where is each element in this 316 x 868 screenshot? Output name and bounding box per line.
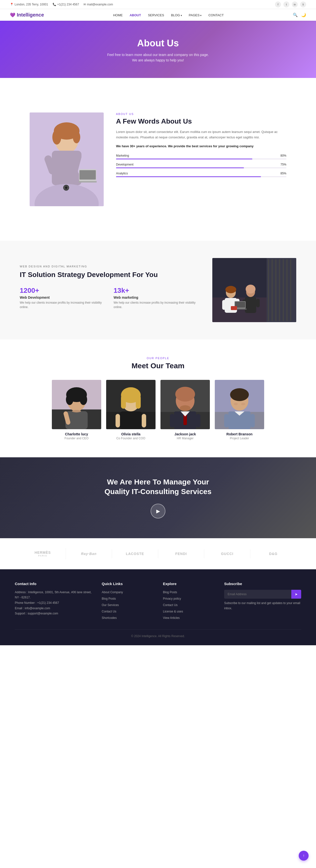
svg-point-60 [175, 387, 195, 402]
team-member-3: Jackson jack HR Manager [161, 380, 210, 440]
it-stats: 1200+ Web Development We help our client… [20, 287, 198, 309]
footer-explore: Explore Blog Posts Privacy policy Contac… [163, 582, 214, 622]
footer-bottom: © 2024 Intelligence. All Rights Reserved… [15, 629, 301, 638]
social-links: f t in li [275, 1, 306, 7]
quick-link-blog: Blog Posts [102, 596, 153, 600]
team-name-1: Charlotte lucy [52, 432, 101, 436]
it-right [212, 258, 296, 322]
it-label: WEB DESIGN AND DIGITAL MARKETING [20, 265, 198, 268]
nav-links: HOME ABOUT SERVICES BLOG PAGES CONTACT [113, 13, 224, 17]
team-photo-1 [52, 380, 101, 429]
svg-point-44 [80, 394, 87, 405]
team-role-1: Founder and CEO [52, 437, 101, 440]
subscribe-email-input[interactable] [224, 590, 291, 599]
team-name-2: Olivia stella [106, 432, 155, 436]
logo-icon: 💜 [10, 12, 15, 18]
explore-license: License & uses [163, 609, 214, 614]
stat-web-marketing: 13k+ Web marketing We help our clients i… [114, 287, 198, 309]
svg-point-46 [72, 410, 81, 412]
email-icon: ✉ [83, 3, 86, 6]
it-photo [212, 258, 296, 322]
team-role-2: Co Founder and COO [106, 437, 155, 440]
top-bar: 📍 London, 235 Terry, 10001 📞 +1(21) 234 … [0, 0, 316, 9]
svg-point-72 [241, 403, 245, 405]
svg-rect-7 [79, 181, 97, 183]
stat-web-dev: 1200+ Web Development We help our client… [20, 287, 104, 309]
brand-lacoste: LACOSTE [112, 549, 158, 558]
hero-title: About Us [10, 38, 306, 49]
twitter-link[interactable]: t [283, 1, 289, 7]
team-photo-2 [106, 380, 155, 429]
footer-quick-links: Quick Links About Company Blog Posts Our… [102, 582, 153, 622]
about-content: ABOUT US A Few Words About Us Lorem ipsu… [116, 113, 286, 181]
team-member-4: Robert Branson Project Leader [215, 380, 264, 440]
explore-privacy: Privacy policy [163, 596, 214, 600]
nav-contact[interactable]: CONTACT [208, 13, 224, 17]
team-photo-3 [161, 380, 210, 429]
brand-gucci: GUCCI [204, 549, 250, 558]
nav-pages[interactable]: PAGES [189, 13, 202, 17]
team-member-1: Charlotte lucy Founder and CEO [52, 380, 101, 440]
progress-analytics: Analytics 85% [116, 172, 286, 177]
footer-email: Email : info@example.com [15, 606, 92, 611]
location-info: 📍 London, 235 Terry, 10001 [10, 3, 48, 6]
svg-point-37 [225, 286, 236, 293]
svg-rect-22 [286, 259, 288, 321]
subscribe-form: ➤ [224, 590, 301, 599]
explore-list: Blog Posts Privacy policy Contact Us Lic… [163, 590, 214, 620]
svg-rect-2 [52, 151, 82, 185]
brand-hermes: HERMÈS PARIS [20, 548, 66, 559]
svg-rect-20 [279, 259, 280, 321]
team-role-4: Project Leader [215, 437, 264, 440]
team-name-4: Robert Branson [215, 432, 264, 436]
svg-point-10 [52, 130, 61, 145]
about-highlight: We have 30+ years of experience. We prov… [116, 144, 286, 149]
svg-point-14 [65, 186, 67, 189]
svg-rect-23 [290, 259, 291, 321]
brand-rayban: Ray·Ban [66, 549, 112, 558]
explore-articles: View Articles [163, 615, 214, 620]
subscribe-note: Subscribe to our mailing list and get up… [224, 600, 301, 611]
nav-actions: 🔍 🌙 [293, 12, 306, 17]
about-title: A Few Words About Us [116, 117, 286, 125]
facebook-link[interactable]: f [275, 1, 281, 7]
progress-marketing: Marketing 80% [116, 154, 286, 159]
team-photo-4 [215, 380, 264, 429]
theme-toggle-icon[interactable]: 🌙 [301, 12, 306, 17]
linkedin-link[interactable]: li [300, 1, 306, 7]
hero-section: About Us Feel free to learn more about o… [0, 21, 316, 78]
team-title: Meet Our Team [10, 362, 306, 370]
svg-point-71 [234, 403, 238, 405]
phone-info: 📞 +1(21) 234 4567 [53, 3, 79, 6]
svg-rect-74 [250, 414, 255, 428]
svg-point-38 [246, 285, 256, 293]
svg-point-43 [66, 394, 73, 405]
about-photo [30, 113, 104, 206]
subscribe-button[interactable]: ➤ [291, 590, 301, 599]
email-info: ✉ mail@example.com [83, 3, 113, 6]
team-section: OUR PEOPLE Meet Our Team Charl [0, 339, 316, 457]
footer-subscribe-title: Subscribe [224, 582, 301, 586]
svg-rect-65 [196, 414, 200, 428]
nav-about[interactable]: ABOUT [130, 13, 141, 17]
logo[interactable]: 💜 Intelligence [10, 12, 44, 18]
play-button[interactable]: ▶ [151, 504, 165, 519]
it-title: IT Solution Strategy Development For You [20, 270, 198, 279]
team-name-3: Jackson jack [161, 432, 210, 436]
svg-rect-16 [267, 258, 296, 322]
instagram-link[interactable]: in [292, 1, 298, 7]
nav-home[interactable]: HOME [113, 13, 123, 17]
svg-rect-30 [245, 297, 256, 313]
search-icon[interactable]: 🔍 [293, 12, 298, 17]
svg-rect-73 [224, 414, 229, 428]
svg-rect-17 [268, 259, 269, 321]
svg-rect-27 [222, 300, 226, 310]
nav-services[interactable]: SERVICES [148, 13, 164, 17]
footer-support: Support : support@example.com [15, 611, 92, 616]
nav-blog[interactable]: BLOG [171, 13, 182, 17]
quick-link-about: About Company [102, 590, 153, 594]
hero-subtitle: Feel free to learn more about our team a… [106, 52, 210, 63]
cta-section: We Are Here To Manage Your Quality IT-Co… [0, 457, 316, 538]
svg-rect-32 [256, 299, 260, 307]
about-body: Lorem ipsum dolor sit, amet consectetur … [116, 129, 286, 140]
